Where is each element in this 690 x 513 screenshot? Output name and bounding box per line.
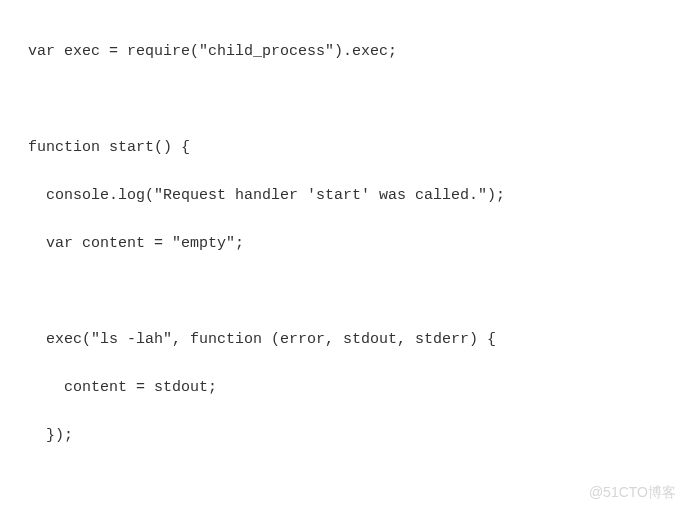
code-line xyxy=(28,472,662,496)
code-line: }); xyxy=(28,424,662,448)
watermark: @51CTO博客 xyxy=(589,481,676,503)
code-line xyxy=(28,280,662,304)
code-block: var exec = require("child_process").exec… xyxy=(28,16,662,513)
code-line: content = stdout; xyxy=(28,376,662,400)
code-line: function start() { xyxy=(28,136,662,160)
code-line: console.log("Request handler 'start' was… xyxy=(28,184,662,208)
code-line: exec("ls -lah", function (error, stdout,… xyxy=(28,328,662,352)
code-line: var exec = require("child_process").exec… xyxy=(28,40,662,64)
code-line: var content = "empty"; xyxy=(28,232,662,256)
code-line xyxy=(28,88,662,112)
